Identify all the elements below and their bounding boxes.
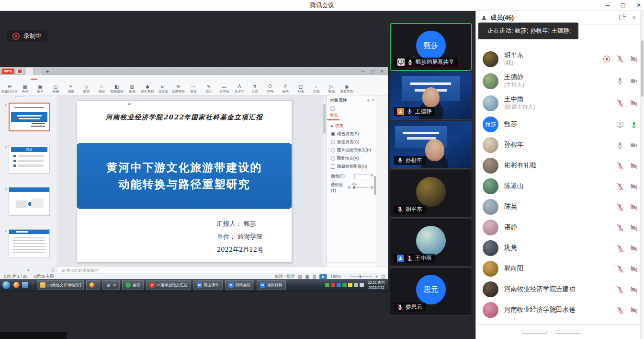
transparency-slider[interactable]: ⊖ 0% ⊕ (348, 185, 373, 190)
member-status-icons[interactable] (616, 77, 639, 85)
wps-ribbon-button[interactable]: # 编号 (278, 84, 293, 94)
start-button[interactable] (2, 281, 11, 290)
wps-ribbon-button[interactable]: ▥ 图表 (124, 84, 140, 94)
wps-home-tab[interactable] (16, 69, 23, 74)
wps-ribbon-button[interactable]: ◫ 相册 (48, 84, 63, 94)
wps-ribbon-button[interactable]: ⊞ 新建幻灯片 (2, 84, 17, 94)
panel-scrollbar[interactable] (640, 11, 644, 339)
member-status-icons[interactable] (616, 183, 639, 190)
member-row[interactable]: 河南牧业经济学院田水莲 (476, 300, 641, 320)
member-status-icons[interactable] (616, 203, 639, 211)
wps-document-tab[interactable] (34, 68, 42, 75)
thumbnail-menu-icon[interactable]: ☰ (51, 268, 55, 272)
wps-ribbon-button[interactable]: ◉ 屏幕录制 (339, 84, 354, 94)
panel-tab[interactable] (7, 96, 14, 98)
zoom-slider[interactable] (350, 276, 372, 277)
member-status-icons[interactable] (616, 224, 639, 232)
wps-ribbon-button[interactable]: ☆ 图标 (94, 84, 109, 94)
wps-ribbon-button[interactable]: ⋯ 更多 (186, 84, 201, 94)
member-status-icons[interactable] (616, 141, 639, 149)
tray-icon[interactable] (325, 283, 329, 287)
wps-menu-item[interactable] (31, 79, 37, 80)
slideshow-play-button[interactable]: ▶ (319, 274, 327, 279)
member-status-icons[interactable] (603, 55, 639, 63)
fill-option[interactable]: 渐变填充(G) (327, 138, 376, 146)
taskbar-button[interactable] (86, 280, 100, 290)
taskbar-clock[interactable]: 22:21 周六 2022/2/12 (368, 281, 385, 290)
member-row[interactable]: 郭向阳 (476, 258, 641, 279)
taskbar-button[interactable]: M 培训材料 (257, 280, 286, 290)
member-status-icons[interactable] (616, 265, 639, 273)
member-row[interactable]: 陈道山 (476, 176, 641, 197)
video-tile[interactable]: 思元 娄思元 (390, 268, 472, 316)
radio-control[interactable] (331, 156, 335, 161)
member-status-icons[interactable] (616, 306, 639, 314)
wps-ribbon-button[interactable]: Ω 符号 (262, 84, 278, 94)
video-tile[interactable]: 王德静 (390, 72, 472, 120)
panel-popout-icon[interactable] (619, 15, 625, 20)
taskbar-button[interactable]: (7)微信文件传输助手 (37, 280, 84, 290)
member-row[interactable]: 王德静 (主持人) (476, 70, 641, 92)
tray-icon[interactable] (354, 283, 358, 287)
wps-ribbon-button[interactable]: ⊳ 流程图 (155, 84, 170, 94)
member-status-icons[interactable] (616, 286, 639, 293)
pane-pin-icon[interactable]: ⫞ (367, 98, 369, 103)
wps-ribbon-button[interactable]: ◻ 对象 (293, 84, 308, 94)
video-tile[interactable]: 王中雨 (390, 219, 472, 267)
wps-menu-item[interactable] (84, 79, 91, 80)
slide-canvas[interactable]: 河南牧业经济学院2022年国家社科基金立项汇报 黄河中下游文化旅游带建设的 动能… (77, 100, 292, 262)
member-status-icons[interactable] (616, 99, 639, 107)
member-row[interactable]: 胡平东 (我) (476, 48, 641, 70)
wps-ribbon-button[interactable]: ▷ 视频 (324, 84, 339, 94)
taskbar-button[interactable]: M 腾讯会议 (225, 280, 254, 290)
panel-footer-button[interactable] (555, 330, 581, 334)
wps-ribbon-button[interactable]: ✎ 批注 (201, 84, 216, 94)
wps-ribbon-button[interactable]: ◧ 智能图形 (109, 84, 124, 94)
radio-control[interactable] (331, 164, 335, 169)
tray-icon[interactable] (348, 283, 352, 287)
color-dropdown[interactable] (354, 174, 373, 179)
fit-window-icon[interactable]: ◱ (381, 274, 385, 279)
wps-close-button[interactable]: ✕ (380, 69, 384, 74)
pane-close-icon[interactable]: × (372, 98, 374, 103)
fill-option[interactable]: 纯色填充(S) (327, 130, 376, 138)
slide-thumbnail[interactable]: 3 (3, 187, 56, 216)
panel-footer-button[interactable] (521, 330, 547, 334)
tray-icon[interactable] (337, 283, 341, 287)
wps-new-tab-button[interactable]: + (44, 69, 51, 74)
wps-menu-item[interactable] (78, 79, 84, 80)
minimize-button[interactable]: ─ (606, 2, 610, 9)
wps-menu-item[interactable] (51, 79, 57, 80)
member-status-icons[interactable] (616, 162, 639, 170)
wps-ribbon-button[interactable]: π 公式 (247, 84, 262, 94)
fill-tab[interactable]: 填充 (327, 112, 339, 120)
member-row[interactable]: 巩隽 (476, 238, 641, 258)
fill-option[interactable]: 隐藏背景图形(H) (327, 163, 376, 171)
member-row[interactable]: 彬彬有礼啦 (476, 155, 641, 176)
slide-thumbnail[interactable]: 1 (3, 103, 56, 131)
member-status-icons[interactable] (616, 121, 639, 129)
video-tile[interactable]: 胡平东 (390, 170, 472, 218)
member-row[interactable]: 甄莎 甄莎 (476, 114, 641, 135)
member-row[interactable]: 河南牧业经济学院连建功 (476, 279, 641, 300)
quicklaunch-search-icon[interactable] (22, 282, 28, 288)
taskbar-button[interactable]: V 21届毕业论文汇总 (146, 280, 191, 290)
radio-control[interactable] (331, 132, 335, 136)
tray-icon[interactable] (331, 283, 335, 287)
fill-option[interactable]: 图案填充(A) (327, 154, 376, 163)
wps-maximize-button[interactable]: ▢ (371, 69, 375, 74)
wps-menu-item[interactable] (24, 79, 31, 80)
wps-ribbon-button[interactable]: ▦ 表格 (17, 84, 33, 94)
member-row[interactable]: 王中雨 (联席主持人) (476, 92, 641, 114)
member-row[interactable]: 谌静 (476, 217, 641, 238)
wps-ribbon-button[interactable]: ♪ 音频 (308, 84, 324, 94)
wps-ribbon-button[interactable]: ▣ 图片 (33, 84, 48, 94)
slider-minus[interactable]: ⊖ (348, 185, 351, 190)
wps-menu-item[interactable] (71, 79, 78, 80)
wps-menu-item[interactable] (57, 79, 64, 80)
wps-ribbon-button[interactable]: A 艺术字 (232, 84, 247, 94)
slide-thumbnail[interactable]: 2 目录 (3, 145, 56, 174)
wps-menu-item[interactable] (17, 79, 24, 80)
wps-document-tab[interactable] (25, 68, 33, 75)
zoom-in-button[interactable]: + (375, 274, 378, 279)
